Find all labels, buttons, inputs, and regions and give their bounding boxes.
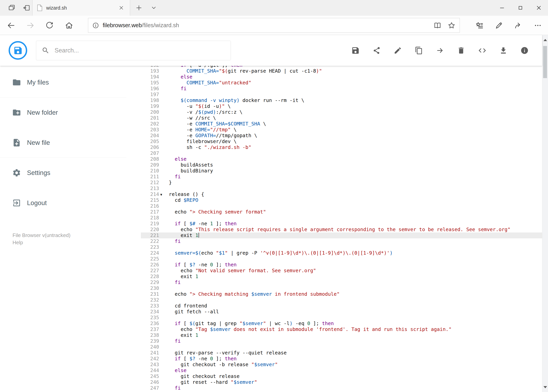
- line-number[interactable]: 215: [141, 197, 159, 203]
- code-text[interactable]: echo "Not valid semver format. See semve…: [169, 268, 316, 273]
- code-text[interactable]: fi: [169, 385, 180, 391]
- code-line[interactable]: 233 cd frontend: [141, 303, 542, 309]
- line-number[interactable]: 241: [141, 350, 159, 356]
- search-bar[interactable]: [36, 41, 231, 60]
- tab-preview-icon[interactable]: [4, 0, 19, 16]
- code-text[interactable]: -w //src \: [169, 115, 216, 121]
- move-button[interactable]: [434, 45, 446, 56]
- code-line[interactable]: 221 exit 1: [141, 232, 542, 238]
- line-number[interactable]: 220: [141, 227, 159, 232]
- code-text[interactable]: git checkout release: [169, 373, 239, 379]
- line-number[interactable]: 201: [141, 115, 159, 121]
- line-number[interactable]: 202: [141, 121, 159, 127]
- code-line[interactable]: 244 else: [141, 368, 542, 373]
- line-number[interactable]: 238: [141, 332, 159, 338]
- code-line[interactable]: 197: [141, 91, 542, 98]
- code-text[interactable]: echo "This release script requires a sin…: [169, 227, 510, 232]
- help-link[interactable]: Help: [13, 239, 70, 246]
- maximize-button[interactable]: [511, 0, 530, 16]
- code-line[interactable]: 240: [141, 344, 542, 350]
- address-bar[interactable]: filebrowser.web/files/wizard.sh: [88, 18, 460, 33]
- line-number[interactable]: 194: [141, 74, 159, 80]
- line-number[interactable]: 204: [141, 133, 159, 139]
- line-number[interactable]: 239: [141, 338, 159, 344]
- line-number[interactable]: 221: [141, 232, 159, 238]
- code-text[interactable]: else: [169, 156, 187, 162]
- delete-button[interactable]: [455, 45, 467, 56]
- edit-button[interactable]: [392, 45, 404, 56]
- code-editor[interactable]: 192 if [ -d /.git ]; then193 COMMIT_SHA=…: [141, 66, 542, 391]
- code-line[interactable]: 239 fi: [141, 338, 542, 344]
- code-text[interactable]: if [ $? -ne 0 ]; then: [169, 262, 236, 267]
- code-text[interactable]: if [ -d /.git ]; then: [169, 66, 243, 68]
- line-number[interactable]: 240: [141, 344, 159, 350]
- code-line[interactable]: 210 buildBinary: [141, 168, 542, 174]
- code-text[interactable]: git reset --hard "$semver": [169, 379, 257, 385]
- line-number[interactable]: 203: [141, 127, 159, 133]
- code-line[interactable]: 204 -e GOPATH=//tmp/gopath \: [141, 133, 542, 139]
- code-line[interactable]: 245 git checkout release: [141, 373, 542, 379]
- code-line[interactable]: 217 echo "> Checking semver format": [141, 209, 542, 215]
- code-line[interactable]: 241 git rev-parse --verify --quiet relea…: [141, 350, 542, 356]
- code-line[interactable]: 224 semver=$(echo "$1" | grep -P '^v(0|[…: [141, 250, 542, 256]
- code-line[interactable]: 226 if [ $? -ne 0 ]; then: [141, 262, 542, 268]
- site-info-icon[interactable]: [92, 22, 99, 29]
- code-line[interactable]: 218: [141, 215, 542, 221]
- code-line[interactable]: 225: [141, 256, 542, 262]
- code-line[interactable]: 215 cd $REPO: [141, 197, 542, 203]
- info-button[interactable]: [519, 45, 530, 56]
- code-text[interactable]: semver=$(echo "$1" | grep -P '^v(0|[1-9]…: [169, 250, 393, 256]
- line-number[interactable]: 247: [141, 385, 159, 391]
- line-number[interactable]: 207: [141, 150, 159, 156]
- copy-button[interactable]: [413, 45, 425, 56]
- code-text[interactable]: git fetch --all: [169, 309, 219, 315]
- code-line[interactable]: 230: [141, 285, 542, 291]
- line-number[interactable]: 197: [141, 91, 159, 98]
- code-text[interactable]: COMMIT_SHA="untracked": [169, 80, 251, 85]
- code-line[interactable]: 223: [141, 244, 542, 250]
- scrollbar-down-arrow[interactable]: [542, 382, 548, 392]
- line-number[interactable]: 211: [141, 174, 159, 180]
- line-number[interactable]: 227: [141, 268, 159, 273]
- code-text[interactable]: release () {: [169, 191, 204, 197]
- code-text[interactable]: fi: [169, 174, 180, 179]
- sidebar-item-new-folder[interactable]: New folder: [0, 98, 126, 128]
- code-line[interactable]: 206 sh -c "./wizard.sh -b": [141, 144, 542, 150]
- code-line[interactable]: 194 else: [141, 74, 542, 80]
- close-button[interactable]: [530, 0, 548, 16]
- tab-list-chevron-icon[interactable]: [146, 0, 161, 16]
- line-number[interactable]: 216: [141, 203, 159, 209]
- code-line[interactable]: 209 buildAssets: [141, 162, 542, 168]
- code-text[interactable]: echo "Tag $semver does not exist in subm…: [169, 326, 451, 332]
- line-number[interactable]: 199: [141, 103, 159, 109]
- sidebar-item-new-file[interactable]: New file: [0, 128, 126, 158]
- line-number[interactable]: 192: [141, 66, 159, 68]
- sidebar-item-settings[interactable]: Settings: [0, 158, 126, 188]
- code-line[interactable]: 216: [141, 203, 542, 209]
- code-text[interactable]: if [ $? -ne 0 ]; then: [169, 356, 236, 362]
- line-number[interactable]: 205: [141, 139, 159, 144]
- code-line[interactable]: 200 -v /$(pwd):/src:z \: [141, 109, 542, 115]
- code-text[interactable]: else: [169, 368, 187, 373]
- filebrowser-logo-icon[interactable]: [9, 41, 27, 60]
- code-text[interactable]: sh -c "./wizard.sh -b": [169, 144, 251, 150]
- scrollbar-up-arrow[interactable]: [542, 35, 548, 45]
- line-number[interactable]: 226: [141, 262, 159, 268]
- code-line[interactable]: 232: [141, 297, 542, 303]
- code-text[interactable]: -v /$(pwd):/src:z \: [169, 109, 243, 115]
- code-text[interactable]: if [ $# -ne 1 ]; then: [169, 221, 236, 226]
- code-text[interactable]: git checkout -b release "$semver": [169, 362, 278, 367]
- line-number[interactable]: 228: [141, 273, 159, 280]
- line-number[interactable]: 233: [141, 303, 159, 309]
- new-tab-button[interactable]: [132, 0, 146, 16]
- line-number[interactable]: 234: [141, 309, 159, 315]
- line-number[interactable]: 206: [141, 144, 159, 150]
- minimize-button[interactable]: [493, 0, 511, 16]
- code-line[interactable]: 222 fi: [141, 238, 542, 244]
- code-line[interactable]: 202 -e COMMIT_SHA=$COMMIT_SHA \: [141, 121, 542, 127]
- code-line[interactable]: 242 if [ $? -ne 0 ]; then: [141, 356, 542, 362]
- line-number[interactable]: 223: [141, 244, 159, 250]
- code-line[interactable]: 203 -e HOME="//tmp" \: [141, 127, 542, 133]
- code-text[interactable]: else: [169, 74, 192, 80]
- code-text[interactable]: COMMIT_SHA="$(git rev-parse HEAD | cut -…: [169, 68, 322, 74]
